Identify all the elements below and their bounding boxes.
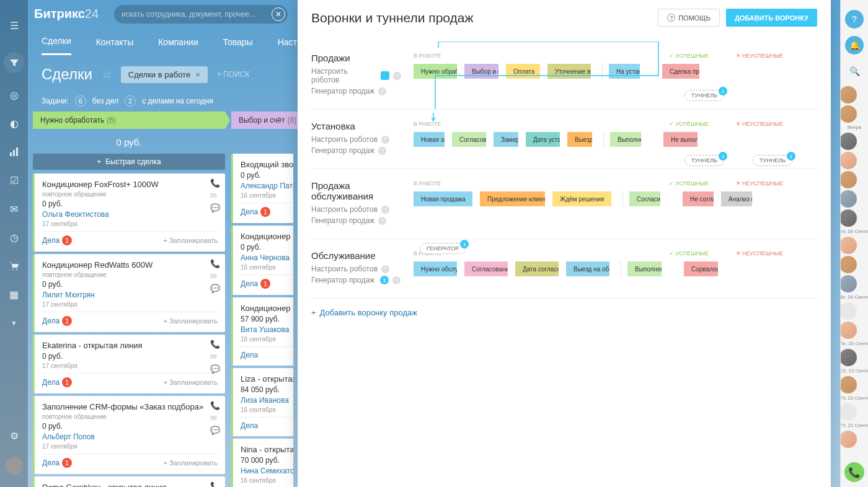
deal-card[interactable]: 📞✉💬 Заполнение CRM-формы «Заказ подбора»…: [33, 396, 225, 474]
card-contact[interactable]: Александр Патро: [241, 182, 293, 190]
funnel-stage[interactable]: Предложение клиенту: [480, 191, 545, 206]
chat-icon[interactable]: 💬: [210, 284, 220, 294]
deal-card[interactable]: Кондиционер Eig 57 900 руб. Вита Ушакова…: [231, 297, 293, 366]
card-contact[interactable]: Нина Семихатова: [241, 467, 293, 475]
help-icon[interactable]: ?: [378, 147, 386, 155]
sales-generator-link[interactable]: Генератор продаж ?: [311, 146, 401, 155]
tunnel-tag[interactable]: ТУННЕЛЬ1: [753, 155, 792, 166]
chat-icon[interactable]: 💬: [210, 364, 220, 374]
tunnel-tag[interactable]: ТУННЕЛЬ1: [684, 90, 724, 101]
configure-robots-link[interactable]: Настроить роботов ?: [311, 67, 401, 84]
funnel-stage-success[interactable]: Согласилс...: [629, 191, 660, 206]
contact-avatar[interactable]: [840, 275, 857, 292]
funnel-stage[interactable]: Нужно обработ...: [414, 64, 457, 79]
plan-link[interactable]: + Запланировать: [163, 317, 218, 325]
mail-icon[interactable]: ✉: [210, 352, 220, 362]
mail-icon[interactable]: ✉: [210, 191, 220, 201]
sales-generator-link[interactable]: Генератор продаж ?: [311, 216, 401, 225]
global-search[interactable]: ✕: [114, 5, 288, 24]
funnel-stage[interactable]: Согласова...: [452, 132, 486, 147]
contact-avatar[interactable]: [840, 209, 857, 227]
help-icon[interactable]: ?: [381, 265, 389, 273]
favorite-star-icon[interactable]: ☆: [102, 68, 112, 81]
add-search-link[interactable]: + ПОИСК: [217, 70, 250, 79]
phone-icon[interactable]: 📞: [210, 401, 220, 411]
mail-icon[interactable]: ✉: [210, 271, 220, 281]
help-icon[interactable]: ?: [393, 72, 401, 80]
card-contact[interactable]: Анна Чернова: [241, 253, 293, 262]
funnel-stage-success[interactable]: На устано...: [609, 64, 640, 79]
cart-icon[interactable]: [7, 259, 21, 273]
card-tasks-link[interactable]: Дела: [241, 421, 258, 430]
contact-avatar[interactable]: [840, 105, 857, 123]
chart-icon[interactable]: [7, 145, 21, 159]
funnel-stage-fail[interactable]: Анализ пр...: [721, 191, 752, 206]
contact-avatar[interactable]: [840, 256, 857, 273]
card-tasks-link[interactable]: Дела: [42, 458, 60, 467]
target-icon[interactable]: ◎: [7, 88, 21, 102]
app-icon[interactable]: ▦: [7, 287, 21, 301]
funnel-stage[interactable]: Дата устан...: [526, 132, 560, 147]
funnel-stage-fail[interactable]: Сделка про...: [662, 64, 699, 79]
kanban-stage-header[interactable]: Нужно обработать(6): [33, 112, 225, 129]
task-count-2[interactable]: 2: [125, 95, 136, 107]
funnel-stage[interactable]: Нужно обслужи...: [414, 261, 457, 276]
card-contact[interactable]: Вита Ушакова: [241, 325, 293, 334]
contact-avatar[interactable]: [840, 152, 857, 169]
funnel-stage-fail[interactable]: Не выполни...: [663, 132, 698, 147]
card-tasks-link[interactable]: Дела: [42, 236, 60, 245]
check-icon[interactable]: ☑: [7, 173, 21, 187]
sales-generator-link[interactable]: Генератор продаж ?: [311, 87, 401, 95]
card-contact[interactable]: Альберт Попов: [42, 432, 218, 441]
funnel-stage-success[interactable]: Выполнено: [627, 261, 662, 276]
moon-icon[interactable]: ◐: [7, 116, 21, 130]
funnel-stage[interactable]: Оплата: [506, 64, 540, 79]
notifications-icon[interactable]: 🔔: [845, 36, 864, 55]
plan-link[interactable]: + Запланировать: [163, 379, 218, 386]
contact-avatar[interactable]: [840, 190, 857, 208]
contact-avatar[interactable]: [840, 322, 857, 339]
rail-search-icon[interactable]: 🔍: [845, 62, 864, 81]
help-button[interactable]: ?ПОМОЩЬ: [658, 9, 720, 27]
filter-chip[interactable]: Сделки в работе×: [121, 66, 208, 83]
configure-robots-link[interactable]: Настроить роботов ?: [311, 135, 401, 144]
configure-robots-link[interactable]: Настроить роботов ?: [311, 205, 401, 214]
help-button-icon[interactable]: ?: [845, 10, 864, 29]
contact-avatar[interactable]: [840, 171, 857, 188]
chat-icon[interactable]: 💬: [210, 203, 220, 213]
deal-card[interactable]: Входящий звонок 0 руб. Александр Патро 1…: [231, 154, 293, 223]
add-funnel-link[interactable]: +Добавить воронку продаж: [311, 299, 817, 327]
contact-avatar[interactable]: [840, 302, 857, 320]
task-count-1[interactable]: 6: [75, 95, 86, 107]
phone-icon[interactable]: 📞: [210, 340, 220, 349]
contact-avatar[interactable]: [840, 403, 857, 421]
quick-deal-button[interactable]: + Быстрая сделка: [33, 154, 225, 170]
plan-link[interactable]: + Запланировать: [163, 237, 218, 244]
phone-icon[interactable]: 📞: [210, 259, 220, 269]
deal-card[interactable]: 📞✉💬 Кондиционер RedWatts 600W повторное …: [33, 254, 225, 332]
search-input[interactable]: [122, 10, 280, 19]
contact-avatar[interactable]: [840, 431, 857, 448]
call-button-icon[interactable]: 📞: [844, 462, 864, 482]
phone-icon[interactable]: 📞: [210, 481, 220, 487]
sales-generator-link[interactable]: Генератор продаж 1?: [311, 276, 401, 284]
plan-link[interactable]: + Запланировать: [163, 459, 218, 467]
funnel-stage-fail[interactable]: Сорвалось: [684, 261, 718, 276]
clock-icon[interactable]: ◷: [7, 230, 21, 244]
funnel-stage[interactable]: Выезд на обс...: [566, 261, 609, 276]
help-icon[interactable]: ?: [392, 276, 401, 284]
help-icon[interactable]: ?: [381, 206, 389, 214]
user-avatar-icon[interactable]: [6, 457, 23, 475]
add-funnel-button[interactable]: ДОБАВИТЬ ВОРОНКУ: [726, 9, 817, 27]
card-tasks-link[interactable]: Дела: [42, 317, 60, 325]
mail-icon[interactable]: ✉: [210, 413, 220, 423]
deal-card[interactable]: Nina - открытая л 70 000 руб. Нина Семих…: [231, 439, 293, 487]
funnel-stage[interactable]: Ждём решения: [552, 191, 611, 206]
tab-products[interactable]: Товары: [223, 30, 253, 55]
tab-contacts[interactable]: Контакты: [96, 30, 133, 55]
filter-remove-icon[interactable]: ×: [195, 70, 200, 79]
search-clear-icon[interactable]: ✕: [272, 7, 285, 21]
card-tasks-link[interactable]: Дела: [241, 208, 258, 216]
funnel-stage[interactable]: Выезд: [567, 132, 592, 147]
generator-tag[interactable]: ГЕНЕРАТОР1: [420, 243, 466, 254]
